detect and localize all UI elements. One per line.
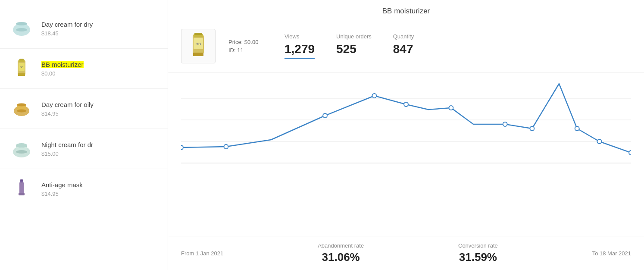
- abandonment-value: 31.06%: [318, 251, 364, 264]
- svg-rect-19: [19, 182, 24, 195]
- panel-title: BB moisturizer: [168, 0, 644, 20]
- panel-title-text: BB moisturizer: [382, 7, 430, 15]
- product-info: Day cream for dry $18.45: [41, 21, 93, 37]
- sidebar-item-day-cream-dry[interactable]: Day cream for dry $18.45: [0, 9, 168, 49]
- svg-point-18: [16, 143, 27, 148]
- product-image-large: BB: [181, 29, 216, 63]
- svg-point-39: [503, 122, 507, 126]
- product-thumbnail: [9, 16, 34, 41]
- product-thumbnail: [9, 136, 34, 162]
- stats-group: Views 1,279 Unique orders 525 Quantity 8…: [284, 33, 631, 59]
- svg-rect-22: [19, 193, 25, 195]
- stat-quantity: Quantity 847: [393, 33, 414, 59]
- bottom-stats: From 1 Jan 2021 Abandonment rate 31.06% …: [168, 236, 644, 270]
- product-name: Anti-age mask: [41, 181, 83, 188]
- svg-point-12: [17, 104, 26, 107]
- product-meta: Price: $0.00 ID: 11: [228, 39, 272, 53]
- sidebar-item-anti-age-mask[interactable]: Anti-age mask $14.95: [0, 169, 168, 209]
- sidebar-item-night-cream-dry[interactable]: Night cream for dr $15.00: [0, 129, 168, 169]
- meta-id: ID: 11: [228, 47, 272, 53]
- product-price: $0.00: [41, 70, 84, 77]
- product-thumbnail: [9, 96, 34, 122]
- product-sidebar: Day cream for dry $18.45 BB BB moisturiz…: [0, 0, 168, 270]
- quantity-label: Quantity: [393, 33, 414, 40]
- svg-point-41: [575, 126, 579, 131]
- stat-views: Views 1,279: [284, 33, 315, 59]
- product-price: $18.45: [41, 30, 93, 37]
- sidebar-item-bb-moisturizer[interactable]: BB BB moisturizer $0.00: [0, 49, 168, 89]
- svg-point-42: [597, 139, 601, 144]
- views-value: 1,279: [284, 42, 315, 59]
- svg-point-36: [372, 94, 376, 98]
- product-name: Day cream for dry: [41, 21, 93, 28]
- orders-label: Unique orders: [336, 33, 372, 40]
- svg-rect-6: [19, 59, 24, 60]
- price-value: $0.00: [244, 39, 259, 45]
- conversion-label: Conversion rate: [458, 242, 498, 249]
- product-price: $14.95: [41, 110, 94, 117]
- id-label: ID:: [228, 47, 236, 53]
- svg-point-33: [181, 145, 183, 150]
- conversion-rate: Conversion rate 31.59%: [458, 242, 498, 264]
- svg-rect-7: [18, 73, 25, 76]
- id-value: 11: [237, 47, 243, 53]
- product-info: Day cream for oily $14.95: [41, 101, 94, 117]
- svg-text:BB: BB: [20, 66, 23, 69]
- quantity-value: 847: [393, 42, 414, 56]
- views-label: Views: [284, 33, 315, 40]
- meta-price: Price: $0.00: [228, 39, 272, 45]
- product-name: BB moisturizer: [41, 61, 84, 68]
- product-thumbnail: [9, 176, 34, 202]
- svg-rect-21: [20, 179, 23, 181]
- from-date: From 1 Jan 2021: [181, 250, 223, 257]
- svg-point-38: [449, 106, 453, 110]
- product-info: Anti-age mask $14.95: [41, 181, 83, 197]
- stat-orders: Unique orders 525: [336, 33, 372, 59]
- svg-point-13: [17, 110, 26, 113]
- abandonment-label: Abandonment rate: [318, 242, 364, 249]
- svg-point-2: [16, 22, 27, 25]
- svg-point-3: [16, 28, 27, 31]
- line-chart: [181, 77, 631, 172]
- product-name: Night cream for dr: [41, 141, 93, 148]
- svg-point-35: [323, 113, 327, 118]
- svg-point-17: [16, 150, 27, 154]
- product-price: $14.95: [41, 191, 83, 197]
- product-info: Night cream for dr $15.00: [41, 141, 93, 157]
- orders-value: 525: [336, 42, 372, 56]
- abandonment-rate: Abandonment rate 31.06%: [318, 242, 364, 264]
- chart-area: [168, 72, 644, 236]
- product-info: BB moisturizer $0.00: [41, 61, 84, 77]
- conversion-value: 31.59%: [458, 251, 498, 264]
- svg-point-37: [404, 102, 408, 107]
- product-price: $15.00: [41, 151, 93, 157]
- svg-rect-25: [194, 33, 202, 35]
- price-label: Price:: [228, 39, 243, 45]
- sidebar-item-day-cream-oily[interactable]: Day cream for oily $14.95: [0, 89, 168, 129]
- main-panel: BB moisturizer BB Price: $0.00 ID: 11: [168, 0, 644, 270]
- detail-section: BB Price: $0.00 ID: 11 Views 1,279 Uniqu…: [168, 20, 644, 72]
- product-name: Day cream for oily: [41, 101, 94, 108]
- svg-text:BB: BB: [196, 42, 201, 46]
- svg-point-34: [224, 144, 228, 149]
- svg-rect-26: [193, 53, 203, 56]
- product-thumbnail: BB: [9, 56, 34, 82]
- to-date: To 18 Mar 2021: [592, 250, 631, 257]
- svg-point-43: [629, 151, 631, 155]
- svg-point-40: [530, 126, 534, 131]
